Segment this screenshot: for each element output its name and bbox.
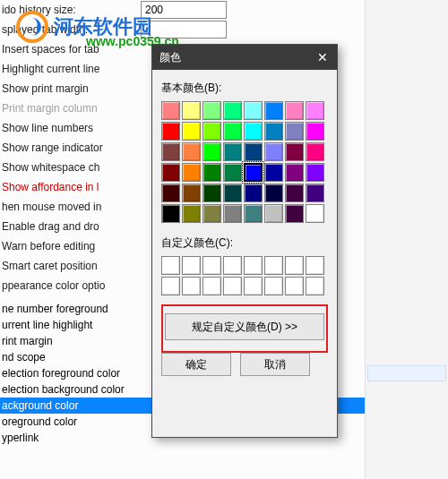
custom-color-swatch[interactable] (244, 256, 263, 275)
color-swatch[interactable] (202, 204, 221, 223)
dialog-titlebar[interactable]: 颜色 ✕ (152, 45, 337, 70)
setting-label: Show affordance in l (2, 181, 141, 193)
define-highlight: 规定自定义颜色(D) >> (161, 304, 328, 353)
color-swatch[interactable] (161, 204, 180, 223)
color-swatch[interactable] (285, 163, 304, 182)
setting-row: splayed tab width: (0, 20, 365, 39)
setting-label: ppearance color optio (2, 279, 141, 292)
close-icon[interactable]: ✕ (314, 50, 332, 64)
ok-button[interactable]: 确定 (161, 353, 231, 376)
color-swatch[interactable] (202, 122, 221, 141)
custom-color-swatch[interactable] (244, 277, 263, 295)
color-swatch[interactable] (161, 163, 180, 182)
color-swatch[interactable] (306, 142, 324, 161)
custom-colors-label: 自定义颜色(C): (161, 235, 328, 251)
custom-color-swatch[interactable] (161, 256, 180, 275)
custom-color-swatch[interactable] (264, 277, 283, 295)
custom-color-swatch[interactable] (182, 256, 201, 275)
custom-color-grid (161, 256, 328, 295)
color-swatch[interactable] (223, 163, 242, 182)
color-swatch[interactable] (244, 204, 263, 223)
custom-color-swatch[interactable] (285, 256, 304, 275)
color-swatch[interactable] (244, 142, 263, 161)
setting-row: ido history size: (0, 0, 365, 20)
color-swatch[interactable] (223, 122, 242, 141)
setting-label: Show whitespace ch (2, 161, 141, 174)
color-swatch[interactable] (306, 204, 324, 223)
custom-color-swatch[interactable] (285, 277, 304, 295)
color-swatch[interactable] (223, 101, 242, 120)
custom-color-swatch[interactable] (202, 256, 221, 275)
setting-label: Highlight current line (2, 63, 141, 75)
color-swatch[interactable] (306, 101, 324, 120)
color-swatch[interactable] (182, 101, 201, 120)
custom-color-swatch[interactable] (223, 256, 242, 275)
setting-label: hen mouse moved in (2, 201, 141, 213)
setting-input[interactable] (141, 1, 227, 19)
color-swatch[interactable] (182, 204, 201, 223)
dialog-title: 颜色 (159, 50, 181, 65)
color-swatch[interactable] (264, 204, 283, 223)
basic-color-grid (161, 101, 328, 223)
color-swatch[interactable] (285, 184, 304, 202)
custom-color-swatch[interactable] (161, 277, 180, 295)
color-swatch[interactable] (161, 101, 180, 120)
color-swatch[interactable] (161, 122, 180, 141)
color-swatch[interactable] (306, 122, 324, 141)
color-swatch[interactable] (244, 184, 263, 202)
cancel-button[interactable]: 取消 (240, 353, 310, 376)
color-swatch[interactable] (244, 101, 263, 120)
color-swatch[interactable] (264, 122, 283, 141)
define-custom-color-button[interactable]: 规定自定义颜色(D) >> (165, 313, 324, 340)
setting-label: ido history size: (2, 4, 141, 16)
color-swatch[interactable] (223, 142, 242, 161)
custom-color-swatch[interactable] (223, 277, 242, 295)
color-swatch[interactable] (182, 163, 201, 182)
color-swatch[interactable] (244, 122, 263, 141)
custom-color-swatch[interactable] (264, 256, 283, 275)
custom-color-swatch[interactable] (182, 277, 201, 295)
color-swatch[interactable] (202, 142, 221, 161)
setting-label: Show range indicator (2, 141, 141, 154)
color-swatch[interactable] (182, 184, 201, 202)
basic-colors-label: 基本颜色(B): (161, 81, 328, 96)
color-preview-field (367, 365, 446, 381)
setting-label: Enable drag and dro (2, 220, 141, 233)
custom-color-swatch[interactable] (306, 277, 324, 295)
setting-label: Warn before editing (2, 240, 141, 252)
color-swatch[interactable] (202, 101, 221, 120)
color-swatch[interactable] (161, 184, 180, 202)
color-swatch[interactable] (223, 204, 242, 223)
color-swatch[interactable] (306, 184, 324, 202)
color-swatch[interactable] (223, 184, 242, 202)
color-swatch[interactable] (264, 184, 283, 202)
color-swatch[interactable] (182, 122, 201, 141)
color-dialog: 颜色 ✕ 基本颜色(B): 自定义颜色(C): 规定自定义颜色(D) >> 确定… (151, 44, 338, 438)
setting-label: Show line numbers (2, 122, 141, 134)
color-swatch[interactable] (264, 142, 283, 161)
color-swatch[interactable] (306, 163, 324, 182)
color-swatch[interactable] (161, 142, 180, 161)
color-swatch[interactable] (285, 142, 304, 161)
color-swatch[interactable] (202, 184, 221, 202)
color-swatch[interactable] (264, 163, 283, 182)
color-swatch[interactable] (285, 101, 304, 120)
setting-label: Show print margin (2, 82, 141, 95)
side-area (366, 0, 448, 479)
color-swatch[interactable] (182, 142, 201, 161)
color-swatch[interactable] (285, 122, 304, 141)
color-swatch[interactable] (202, 163, 221, 182)
color-swatch[interactable] (285, 204, 304, 223)
color-swatch[interactable] (244, 163, 263, 182)
color-swatch[interactable] (264, 101, 283, 120)
setting-label: Smart caret position (2, 260, 141, 272)
custom-color-swatch[interactable] (306, 256, 324, 275)
custom-color-swatch[interactable] (202, 277, 221, 295)
setting-label: Print margin column (2, 102, 141, 115)
